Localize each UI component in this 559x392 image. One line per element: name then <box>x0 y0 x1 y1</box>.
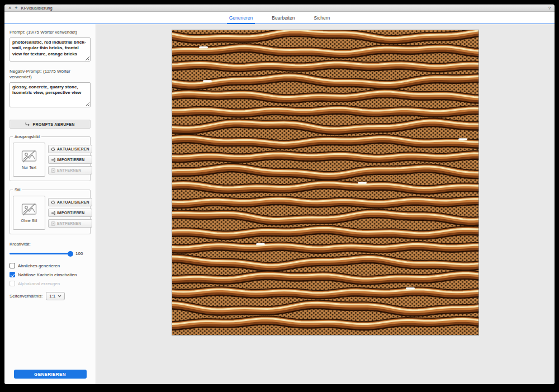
source-importieren-button[interactable]: IMPORTIEREN <box>48 155 92 164</box>
checkbox-seamless-tiles[interactable]: Nahtlose Kacheln einschalten <box>10 272 91 277</box>
import-icon <box>51 211 55 215</box>
fetch-prompts-label: PROMPTS ABRUFEN <box>32 122 74 126</box>
button-label: AKTUALISIEREN <box>57 200 89 204</box>
preview-area <box>96 24 555 384</box>
content-area: Prompt: (19/75 Wörter verwendet) photore… <box>4 24 555 384</box>
style-group: Stil Ohne Stil <box>10 190 91 234</box>
creativity-slider-thumb[interactable] <box>68 251 73 257</box>
aspect-ratio-label: Seitenverhältnis: <box>10 294 42 299</box>
tab-bar: Generieren Bearbeiten Sichern <box>4 12 555 24</box>
remove-icon <box>51 168 55 173</box>
creativity-slider-row: 100 <box>10 251 91 256</box>
checkbox-box <box>10 272 15 277</box>
button-label: ENTFERNEN <box>57 221 81 225</box>
refresh-icon <box>51 200 55 205</box>
style-caption: Ohne Stil <box>21 219 37 223</box>
checkbox-similar-generate[interactable]: Ähnliches generieren <box>10 263 91 268</box>
tab-bearbeiten[interactable]: Bearbeiten <box>271 12 296 23</box>
style-entfernen-button[interactable]: ENTFERNEN <box>48 219 92 228</box>
style-aktualisieren-button[interactable]: AKTUALISIEREN <box>48 198 92 206</box>
button-label: IMPORTIEREN <box>57 211 84 215</box>
source-image-thumbnail: Nur Text <box>13 143 45 177</box>
checkbox-box <box>10 281 15 286</box>
tab-generieren[interactable]: Generieren <box>228 12 254 23</box>
title-bar: × + KI-Visualisierung ? <box>4 4 555 12</box>
prompt-input[interactable]: photorealistic, red industrial brick-wal… <box>10 37 91 62</box>
option-checkboxes: Ähnliches generieren Nahtlose Kacheln ei… <box>10 263 91 286</box>
prompt-label: Prompt: (19/75 Wörter verwendet) <box>10 30 91 35</box>
checkbox-alpha-channel[interactable]: Alphakanal erzeugen <box>10 281 91 286</box>
button-label: ENTFERNEN <box>57 168 81 172</box>
aspect-ratio-value: 1:1 <box>49 294 55 299</box>
checkbox-label: Alphakanal erzeugen <box>18 281 60 286</box>
source-image-group: Ausgangsbild Nur Text <box>10 136 91 181</box>
style-importieren-button[interactable]: IMPORTIEREN <box>48 209 92 217</box>
close-icon[interactable]: × <box>8 6 11 11</box>
remove-icon <box>51 221 55 226</box>
button-label: AKTUALISIEREN <box>57 147 89 151</box>
no-image-icon <box>21 150 37 163</box>
import-icon <box>51 158 55 162</box>
source-aktualisieren-button[interactable]: AKTUALISIEREN <box>48 145 92 153</box>
negative-prompt-label: Negativ-Prompt: (12/75 Wörter verwendet) <box>10 69 91 80</box>
source-entfernen-button[interactable]: ENTFERNEN <box>48 166 92 174</box>
refresh-icon <box>51 147 55 152</box>
negative-prompt-input[interactable]: glossy, concrete, quarry stone, isometri… <box>10 82 91 107</box>
aspect-ratio-dropdown[interactable]: 1:1 <box>46 292 65 300</box>
generate-button[interactable]: GENERIEREN <box>14 370 87 379</box>
checkbox-label: Ähnliches generieren <box>18 263 60 268</box>
chevron-down-icon <box>58 295 61 297</box>
creativity-label: Kreativität: <box>10 242 91 247</box>
source-image-group-label: Ausgangsbild <box>13 134 41 139</box>
checkbox-box <box>10 263 15 268</box>
window-title: KI-Visualisierung <box>21 6 53 11</box>
aspect-ratio-row: Seitenverhältnis: 1:1 <box>10 292 91 300</box>
settings-sidebar: Prompt: (19/75 Wörter verwendet) photore… <box>4 24 96 384</box>
creativity-slider[interactable] <box>10 253 71 254</box>
creativity-value: 100 <box>75 251 83 256</box>
tab-sichern[interactable]: Sichern <box>312 12 331 23</box>
checkbox-label: Nahtlose Kacheln einschalten <box>18 272 77 277</box>
style-group-label: Stil <box>13 187 22 192</box>
generated-image <box>172 30 479 336</box>
style-thumbnail: Ohne Stil <box>13 196 45 230</box>
fetch-prompts-button[interactable]: PROMPTS ABRUFEN <box>10 120 91 129</box>
add-tab-icon[interactable]: + <box>15 6 17 11</box>
help-icon[interactable]: ? <box>548 6 551 11</box>
fetch-arrow-icon <box>25 122 30 126</box>
no-image-icon <box>21 203 37 216</box>
app-window: × + KI-Visualisierung ? Generieren Bearb… <box>4 4 555 384</box>
button-label: IMPORTIEREN <box>57 158 84 162</box>
source-image-caption: Nur Text <box>22 166 36 169</box>
